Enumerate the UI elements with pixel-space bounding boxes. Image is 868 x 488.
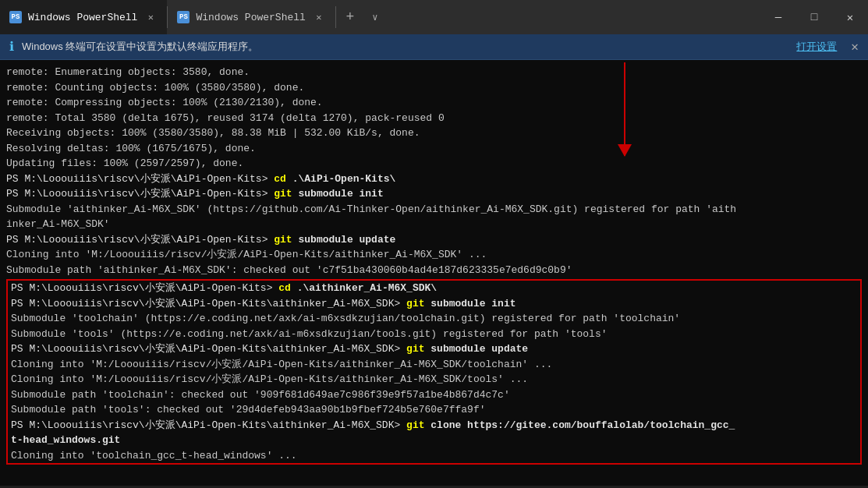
terminal-line: Submodule 'toolchain' (https://e.coding.… [11, 311, 857, 327]
info-text: Windows 终端可在设置中设置为默认终端应用程序。 [22, 40, 788, 54]
ps-path: PS M:\Looouiiis\riscv\小安派\AiPi-Open-Kits… [6, 173, 267, 185]
terminal-output[interactable]: remote: Enumerating objects: 3580, done.… [0, 60, 868, 486]
highlighted-block: PS M:\Looouiiis\riscv\小安派\AiPi-Open-Kits… [6, 279, 862, 465]
terminal-prompt-line: PS M:\Looouiiis\riscv\小安派\AiPi-Open-Kits… [11, 418, 857, 448]
ps-path: PS M:\Looouiiis\riscv\小安派\AiPi-Open-Kits… [6, 188, 267, 200]
git-keyword: git [406, 298, 424, 309]
open-settings-link[interactable]: 打开设置 [796, 40, 837, 54]
ps-path: PS M:\Looouiiis\riscv\小安派\AiPi-Open-Kits… [11, 298, 400, 309]
ps-path: PS M:\Looouiiis\riscv\小安派\AiPi-Open-Kits… [11, 282, 272, 294]
app-window: PS Windows PowerShell ✕ PS Windows Power… [0, 0, 868, 486]
title-bar: PS Windows PowerShell ✕ PS Windows Power… [0, 0, 868, 34]
git-keyword: git [274, 188, 292, 200]
ps-path: PS M:\Looouiiis\riscv\小安派\AiPi-Open-Kits… [6, 234, 267, 246]
window-controls: — □ ✕ [760, 0, 868, 34]
terminal-line: Updating files: 100% (2597/2597), done. [6, 156, 862, 172]
git-keyword: cd [278, 282, 291, 294]
ps-command: git submodule update [267, 234, 395, 246]
terminal-line: Cloning into 'M:/Looouiiis/riscv/小安派/AiP… [11, 357, 857, 373]
terminal-line: remote: Compressing objects: 100% (2130/… [6, 95, 862, 111]
terminal-line: Receiving objects: 100% (3580/3580), 88.… [6, 126, 862, 141]
terminal-line: remote: Counting objects: 100% (3580/358… [6, 80, 862, 96]
info-icon: ℹ [9, 39, 14, 55]
ps-command: git submodule init [267, 188, 383, 200]
terminal-prompt-line: PS M:\Looouiiis\riscv\小安派\AiPi-Open-Kits… [6, 232, 862, 248]
tab-label-1: Windows PowerShell [28, 12, 137, 23]
tab-close-2[interactable]: ✕ [312, 10, 326, 24]
terminal-line: Cloning into 'M:/Looouiiis/riscv/小安派/AiP… [6, 247, 862, 263]
ps-path: PS M:\Looouiiis\riscv\小安派\AiPi-Open-Kits… [11, 419, 400, 431]
info-bar: ℹ Windows 终端可在设置中设置为默认终端应用程序。 打开设置 ✕ [0, 34, 868, 60]
terminal-prompt-line: PS M:\Looouiiis\riscv\小安派\AiPi-Open-Kits… [11, 281, 857, 296]
terminal-line: Cloning into 'toolchain_gcc_t-head_windo… [11, 448, 857, 464]
new-tab-button[interactable]: + [336, 0, 364, 34]
terminal-line: remote: Enumerating objects: 3580, done. [6, 65, 862, 80]
terminal-prompt-line: PS M:\Looouiiis\riscv\小安派\AiPi-Open-Kits… [11, 296, 857, 312]
git-keyword: git [406, 419, 424, 431]
ps-command: cd .\aithinker_Ai-M6X_SDK\ [272, 282, 437, 294]
ps-command: cd .\AiPi-Open-Kits\ [267, 173, 395, 185]
git-keyword: cd [274, 173, 286, 185]
tab-powershell-2[interactable]: PS Windows PowerShell ✕ [168, 0, 335, 34]
tab-dropdown-button[interactable]: ∨ [364, 0, 386, 34]
info-bar-close[interactable]: ✕ [851, 39, 859, 55]
terminal-line: Cloning into 'M:/Looouiiis/riscv/小安派/AiP… [11, 372, 857, 387]
terminal-prompt-line: PS M:\Looouiiis\riscv\小安派\AiPi-Open-Kits… [6, 186, 862, 202]
ps-command: git submodule update [400, 343, 528, 355]
terminal-line: Submodule 'aithinker_Ai-M6X_SDK' (https:… [6, 202, 862, 232]
terminal-line: remote: Total 3580 (delta 1675), reused … [6, 111, 862, 126]
terminal-line: Submodule path 'toolchain': checked out … [11, 387, 857, 403]
title-bar-spacer [386, 0, 760, 34]
terminal-line: Submodule path 'aithinker_Ai-M6X_SDK': c… [6, 263, 862, 278]
tab-powershell-1[interactable]: PS Windows PowerShell ✕ [0, 0, 167, 34]
minimize-button[interactable]: — [760, 0, 796, 34]
tab-label-2: Windows PowerShell [196, 12, 305, 23]
powershell-icon-1: PS [9, 11, 22, 23]
ps-command: git submodule init [400, 298, 515, 309]
powershell-icon-2: PS [177, 11, 190, 23]
close-button[interactable]: ✕ [832, 0, 868, 34]
terminal-line: Submodule path 'tools': checked out '29d… [11, 402, 857, 418]
tab-close-1[interactable]: ✕ [143, 10, 158, 24]
terminal-line: Resolving deltas: 100% (1675/1675), done… [6, 141, 862, 157]
terminal-line: Submodule 'tools' (https://e.coding.net/… [11, 327, 857, 342]
maximize-button[interactable]: □ [796, 0, 832, 34]
terminal-prompt-line: PS M:\Looouiiis\riscv\小安派\AiPi-Open-Kits… [11, 341, 857, 357]
ps-path: PS M:\Looouiiis\riscv\小安派\AiPi-Open-Kits… [11, 343, 400, 355]
terminal-prompt-line: PS M:\Looouiiis\riscv\小安派\AiPi-Open-Kits… [6, 172, 862, 187]
git-keyword: git [406, 343, 424, 355]
git-keyword: git [274, 234, 292, 246]
